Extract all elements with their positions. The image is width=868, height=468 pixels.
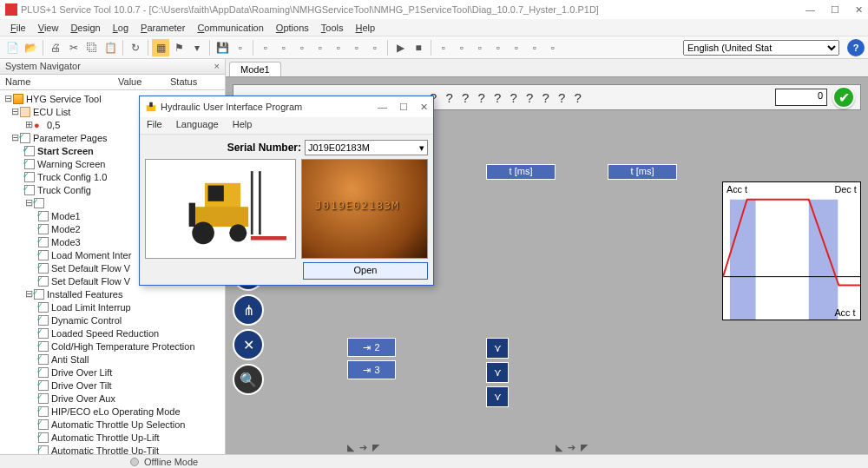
tb-c4-icon[interactable]: ▫ — [312, 39, 329, 56]
menu-parameter[interactable]: Parameter — [135, 22, 190, 34]
help-icon[interactable]: ? — [847, 39, 865, 56]
tb-d6-icon[interactable]: ▫ — [526, 39, 543, 56]
menu-view[interactable]: View — [33, 22, 64, 34]
tb-c3-icon[interactable]: ▫ — [293, 39, 311, 56]
tb-c5-icon[interactable]: ▫ — [330, 39, 347, 56]
tb-play-icon[interactable]: ▶ — [391, 39, 409, 56]
svg-text:Acc t: Acc t — [727, 184, 747, 194]
tb-down-icon[interactable]: ▾ — [188, 39, 206, 56]
pedal2-icon: ◤ — [372, 442, 379, 453]
pedal4-icon: ◤ — [581, 442, 588, 453]
tb-c7-icon[interactable]: ▫ — [366, 39, 384, 56]
tab-mode1[interactable]: Mode1 — [229, 62, 281, 76]
svg-text:Dec t: Dec t — [834, 184, 856, 194]
tb-c1-icon[interactable]: ▫ — [257, 39, 274, 56]
tree-item[interactable]: ⊟Installed Features — [0, 287, 225, 300]
toolbar: 📄 📂 🖨 ✂ ⿻ 📋 ↻ ▦ ⚑ ▾ 💾 ▫ ▫ ▫ ▫ ▫ ▫ ▫ ▫ ▶ … — [0, 36, 868, 59]
svg-rect-16 — [189, 203, 195, 227]
tree-item[interactable]: Anti Stall — [0, 353, 225, 366]
tb-stop-icon[interactable]: ■ — [410, 39, 427, 56]
tree-item[interactable]: Automatic Throttle Up-Tilt — [0, 444, 225, 454]
tool-circle-4-icon[interactable]: ⋔ — [233, 294, 264, 326]
nav-columns: Name Value Status — [0, 75, 225, 90]
sym-3-icon[interactable]: ⋎ — [486, 386, 509, 407]
app-icon — [5, 3, 17, 16]
menu-options[interactable]: Options — [271, 22, 314, 34]
tree-item[interactable]: Drive Over Tilt — [0, 379, 225, 392]
serial-combo[interactable]: J019E02183M ▾ — [305, 140, 428, 155]
sym-1-icon[interactable]: ⋎ — [486, 338, 509, 359]
tree-item[interactable]: Load Limit Interrup — [0, 300, 225, 313]
tb-d2-icon[interactable]: ▫ — [453, 39, 470, 56]
bluebtn-3[interactable]: ⇥ 3 — [347, 360, 396, 379]
window-close[interactable]: ✕ — [855, 4, 863, 16]
dlg-menu-help[interactable]: Help — [233, 119, 253, 132]
dialog-max-icon[interactable]: ☐ — [399, 102, 408, 113]
tree-item[interactable]: Drive Over Aux — [0, 392, 225, 405]
tb-open-icon[interactable]: 📂 — [22, 39, 39, 56]
readout-value: 0 — [775, 89, 827, 106]
tb-d4-icon[interactable]: ▫ — [490, 39, 507, 56]
tree-item[interactable]: HIP/ECO eLo Operating Mode — [0, 405, 225, 418]
tb-cut-icon[interactable]: ✂ — [65, 39, 82, 56]
tms-label-a: t [ms] — [486, 164, 556, 180]
nav-title: System Navigator — [5, 61, 81, 72]
status-dot-icon — [130, 458, 139, 466]
tb-c2-icon[interactable]: ▫ — [275, 39, 293, 56]
dlg-menu-language[interactable]: Language — [176, 119, 219, 132]
arrow-right2-icon: ➔ — [568, 442, 575, 453]
tree-item[interactable]: Automatic Throttle Up Selection — [0, 418, 225, 431]
bluebtn-2[interactable]: ⇥ 2 — [347, 338, 396, 357]
dialog-close-icon[interactable]: ✕ — [420, 102, 428, 113]
tb-c6-icon[interactable]: ▫ — [348, 39, 365, 56]
tree-item[interactable]: Loaded Speed Reduction — [0, 326, 225, 339]
tree-item[interactable]: Cold/High Temperature Protection — [0, 339, 225, 353]
tb-d3-icon[interactable]: ▫ — [471, 39, 489, 56]
forklift-image — [145, 159, 296, 259]
tool-zoom-icon[interactable]: 🔍 — [233, 364, 264, 395]
tms-label-b: t [ms] — [608, 164, 677, 180]
tb-refresh-icon[interactable]: ↻ — [127, 39, 144, 56]
tb-d7-icon[interactable]: ▫ — [544, 39, 562, 56]
tb-flag-icon[interactable]: ⚑ — [170, 39, 187, 56]
dialog-menubar: FileLanguageHelp — [140, 117, 433, 135]
svg-rect-7 — [149, 102, 153, 107]
open-button[interactable]: Open — [303, 262, 428, 280]
menu-design[interactable]: Design — [65, 22, 105, 34]
mid-buttons-bot: ⇥ 2 ⇥ 3 — [347, 338, 396, 379]
window-min[interactable]: — — [806, 4, 815, 16]
tb-b1-icon[interactable]: ▫ — [232, 39, 249, 56]
arrow-row-2: ◣ ➔ ◤ — [556, 442, 588, 453]
serial-plate-image: J019E02183M — [301, 159, 428, 259]
tree-item[interactable]: Dynamic Control — [0, 313, 225, 326]
statusbar: Offline Mode — [0, 454, 868, 468]
tool-circle-5-icon[interactable]: ✕ — [233, 329, 264, 360]
nav-close-icon[interactable]: × — [214, 61, 220, 72]
tree-item[interactable]: Drive Over Lift — [0, 366, 225, 379]
svg-point-12 — [229, 224, 247, 241]
sym-2-icon[interactable]: ⋎ — [486, 362, 509, 383]
menu-help[interactable]: Help — [350, 22, 380, 34]
menu-tools[interactable]: Tools — [316, 22, 349, 34]
window-max[interactable]: ☐ — [831, 4, 839, 16]
tb-d5-icon[interactable]: ▫ — [508, 39, 525, 56]
symbol-set: ⋎ ⋎ ⋎ — [486, 338, 509, 407]
tb-print-icon[interactable]: 🖨 — [47, 39, 64, 56]
hydraulic-dialog: Hydraulic User Interface Program — ☐ ✕ F… — [139, 96, 434, 286]
tb-d1-icon[interactable]: ▫ — [435, 39, 452, 56]
tb-new-icon[interactable]: 📄 — [3, 39, 21, 56]
tb-paste-icon[interactable]: 📋 — [102, 39, 119, 56]
dlg-menu-file[interactable]: File — [147, 119, 162, 132]
language-select[interactable]: English (United Stat — [683, 40, 839, 56]
menu-file[interactable]: File — [5, 22, 31, 34]
dialog-icon — [145, 101, 157, 113]
dialog-min-icon[interactable]: — — [378, 102, 387, 113]
arrow-row-1: ◣ ➔ ◤ — [347, 442, 379, 453]
dialog-title: Hydraulic User Interface Program — [161, 102, 302, 112]
tb-save-icon[interactable]: 💾 — [214, 39, 231, 56]
tb-grid-icon[interactable]: ▦ — [152, 39, 169, 56]
tb-copy-icon[interactable]: ⿻ — [83, 39, 101, 56]
tree-item[interactable]: Automatic Throttle Up-Lift — [0, 431, 225, 444]
menu-log[interactable]: Log — [108, 22, 134, 34]
menu-communication[interactable]: Communication — [192, 22, 268, 34]
